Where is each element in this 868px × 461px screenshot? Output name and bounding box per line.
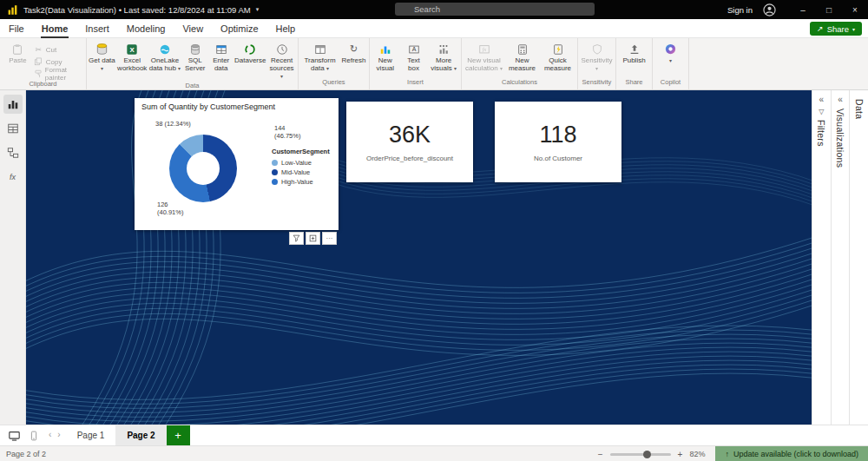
menu-insert[interactable]: Insert xyxy=(76,19,118,38)
next-page-icon[interactable]: › xyxy=(57,430,60,439)
desktop-view-icon[interactable] xyxy=(8,430,21,442)
chevron-down-icon: ▾ xyxy=(852,26,855,32)
onelake-data-hub-button[interactable]: OneLake data hub ▾ xyxy=(149,41,181,81)
legend-swatch xyxy=(272,179,278,185)
chevron-down-icon: ▾ xyxy=(326,66,329,71)
legend-item[interactable]: Low-Value xyxy=(272,158,330,168)
status-bar: Page 2 of 2 − + 82% ↑ Update available (… xyxy=(0,445,868,461)
more-visuals-button[interactable]: More visuals ▾ xyxy=(428,41,459,77)
legend-item[interactable]: High-Value xyxy=(272,177,330,187)
svg-text:fx: fx xyxy=(482,47,486,52)
copilot-button[interactable]: ▾ xyxy=(656,41,686,77)
maximize-button[interactable]: □ xyxy=(816,0,842,19)
prev-page-icon[interactable]: ‹ xyxy=(49,430,51,439)
legend-item[interactable]: Mid-Value xyxy=(272,168,330,177)
expand-pane-icon[interactable]: « xyxy=(838,95,843,104)
cut-button[interactable]: ✂ Cut xyxy=(34,44,84,55)
get-data-button[interactable]: Get data ▾ xyxy=(89,41,115,81)
data-pane-label: Data xyxy=(854,99,865,119)
excel-icon: X xyxy=(126,42,138,56)
page-indicator: Page 2 of 2 xyxy=(0,450,46,458)
table-view-button[interactable] xyxy=(3,119,23,138)
page-tab-2[interactable]: Page 2 xyxy=(115,425,166,446)
data-pane-collapsed[interactable]: Data xyxy=(849,90,868,425)
dataverse-button[interactable]: Dataverse xyxy=(234,41,266,81)
update-text: Update available (click to download) xyxy=(733,450,858,458)
text-box-button[interactable]: A Text box xyxy=(401,41,427,77)
menu-file[interactable]: File xyxy=(0,19,33,38)
visualizations-pane-collapsed[interactable]: « Visualizations xyxy=(831,90,850,425)
share-button[interactable]: ↗ Share ▾ xyxy=(810,22,862,36)
menu-help[interactable]: Help xyxy=(267,19,305,38)
new-visual-button[interactable]: New visual xyxy=(372,41,399,77)
filter-button[interactable] xyxy=(289,232,304,245)
publish-button[interactable]: Publish xyxy=(619,41,650,77)
chevron-down-icon: ▾ xyxy=(101,66,103,71)
sensitivity-icon xyxy=(591,42,603,56)
menu-modeling[interactable]: Modeling xyxy=(118,19,174,38)
donut-chart-visual[interactable]: Sum of Quantity by CustomerSegment 38 (1… xyxy=(135,98,339,230)
ribbon-group-clipboard: Paste ✂ Cut Copy xyxy=(0,38,87,89)
refresh-button[interactable]: ↻ Refresh xyxy=(341,41,367,77)
dax-query-view-button[interactable]: fx xyxy=(3,168,23,187)
filters-pane-label: Filters xyxy=(816,120,826,147)
quick-measure-button[interactable]: Quick measure xyxy=(541,41,575,77)
visualizations-pane-label: Visualizations xyxy=(835,109,845,168)
copy-icon xyxy=(34,57,43,66)
format-painter-icon xyxy=(34,69,43,78)
focus-mode-button[interactable] xyxy=(306,232,320,245)
zoom-slider[interactable] xyxy=(610,453,671,456)
zoom-slider-thumb[interactable] xyxy=(643,451,651,458)
new-measure-button[interactable]: New measure xyxy=(506,41,539,77)
paste-button[interactable]: Paste xyxy=(7,41,29,79)
visual-hover-toolbar: ··· xyxy=(289,232,337,245)
search-input[interactable] xyxy=(395,3,595,16)
menu-view[interactable]: View xyxy=(174,19,212,38)
update-notification[interactable]: ↑ Update available (click to download) xyxy=(715,446,868,461)
format-painter-button[interactable]: Format painter xyxy=(34,69,84,79)
enter-data-button[interactable]: Enter data xyxy=(209,41,233,81)
filters-pane-collapsed[interactable]: « ▽ Filters xyxy=(812,90,831,425)
group-label: Data xyxy=(87,81,298,91)
avatar[interactable] xyxy=(763,3,776,16)
chevron-down-icon[interactable]: ▾ xyxy=(256,6,260,13)
transform-data-button[interactable]: Transform data ▾ xyxy=(301,41,339,77)
svg-text:X: X xyxy=(130,46,135,54)
ribbon-group-sensitivity: Sensitivity ▾ Sensitivity xyxy=(578,38,616,89)
zoom-in-button[interactable]: + xyxy=(678,450,683,459)
menu-optimize[interactable]: Optimize xyxy=(212,19,266,38)
card-visual-orderprice[interactable]: 36K OrderPrice_before_discount xyxy=(346,102,473,182)
publish-icon xyxy=(628,42,641,56)
recent-sources-button[interactable]: Recent sources ▾ xyxy=(267,41,296,81)
mobile-view-icon[interactable] xyxy=(29,430,39,442)
group-label: Share xyxy=(616,77,652,89)
filter-funnel-icon: ▽ xyxy=(819,109,824,115)
new-visual-calculation-button[interactable]: fx New visual calculation ▾ xyxy=(464,41,504,77)
report-canvas[interactable]: Sum of Quantity by CustomerSegment 38 (1… xyxy=(26,90,812,425)
chevron-down-icon: ▾ xyxy=(280,74,283,79)
svg-text:A: A xyxy=(411,46,416,52)
menu-home[interactable]: Home xyxy=(33,19,77,38)
close-button[interactable]: × xyxy=(842,0,868,19)
sensitivity-button[interactable]: Sensitivity ▾ xyxy=(580,41,614,77)
add-page-button[interactable]: + xyxy=(167,425,190,446)
chevron-down-icon: ▾ xyxy=(454,66,457,71)
sql-server-button[interactable]: SQL Server xyxy=(182,41,207,81)
more-options-button[interactable]: ··· xyxy=(322,232,337,245)
excel-workbook-button[interactable]: X Excel workbook xyxy=(117,41,148,81)
side-panes: « ▽ Filters « Visualizations Data xyxy=(812,90,868,425)
model-view-button[interactable] xyxy=(3,143,23,162)
data-label-mid: 144 (46.75%) xyxy=(274,124,311,141)
expand-pane-icon[interactable]: « xyxy=(819,95,825,104)
zoom-out-button[interactable]: − xyxy=(598,450,603,459)
titlebar: Task2(Data Visualization) • Last saved: … xyxy=(0,0,868,19)
minimize-button[interactable]: – xyxy=(790,0,816,19)
visual-title: Sum of Quantity by CustomerSegment xyxy=(135,98,339,111)
new-measure-icon xyxy=(516,42,529,56)
ribbon-group-share: Publish Share xyxy=(616,38,653,89)
page-tab-1[interactable]: Page 1 xyxy=(66,425,116,446)
report-view-button[interactable] xyxy=(3,95,23,114)
card-visual-customers[interactable]: 118 No.of Customer xyxy=(495,102,621,182)
sign-in-button[interactable]: Sign in xyxy=(727,5,753,15)
onelake-icon xyxy=(159,42,171,56)
